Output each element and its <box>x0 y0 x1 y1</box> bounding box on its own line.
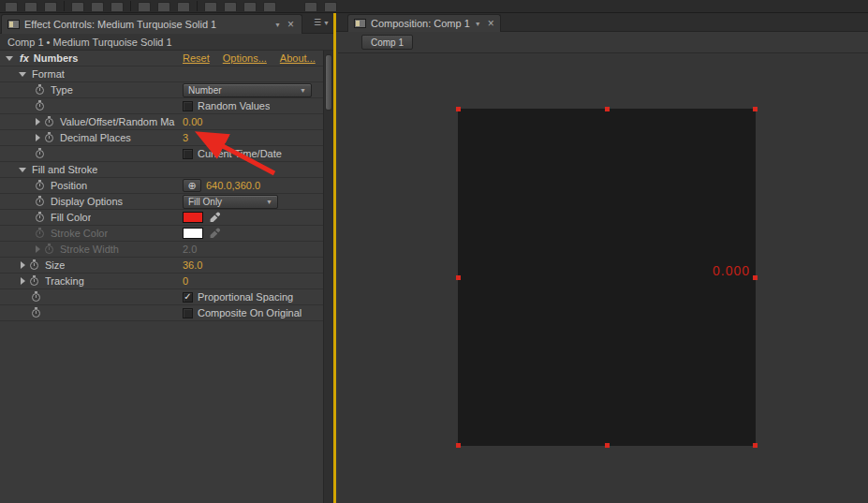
tab-chevron-down-icon[interactable]: ▼ <box>475 21 481 27</box>
stopwatch-icon[interactable] <box>30 261 38 270</box>
stopwatch-icon[interactable] <box>32 309 40 318</box>
stopwatch-icon[interactable] <box>36 198 44 206</box>
size-hot-value[interactable]: 36.0 <box>183 259 202 271</box>
effect-controls-tab[interactable]: Effect Controls: Medium Turquoise Solid … <box>1 14 302 34</box>
layer-handle-top-right[interactable] <box>753 107 758 111</box>
eraser-tool-icon[interactable] <box>243 2 257 11</box>
vertical-scrollbar[interactable] <box>323 51 333 503</box>
eyedropper-icon[interactable] <box>208 228 221 240</box>
twirl-open-icon[interactable] <box>19 72 26 77</box>
clone-stamp-tool-icon[interactable] <box>224 2 237 11</box>
tracking-hot-value[interactable]: 0 <box>183 275 188 287</box>
display-options-dropdown[interactable]: Fill Only ▼ <box>183 195 278 209</box>
hand-tool-icon[interactable] <box>24 2 37 11</box>
property-label: Size <box>45 259 65 271</box>
tab-close-icon[interactable]: × <box>486 19 496 28</box>
rendered-number-text: 0.000 <box>713 263 750 278</box>
effect-controls-tabstrip: Effect Controls: Medium Turquoise Solid … <box>0 13 333 34</box>
layer-handle-middle-left[interactable] <box>456 275 461 280</box>
breadcrumb: Comp 1 • Medium Turquoise Solid 1 <box>0 34 333 51</box>
property-label: Display Options <box>51 196 123 207</box>
stopwatch-icon[interactable] <box>36 229 44 238</box>
comp-1-button-label: Comp 1 <box>371 37 404 48</box>
eyedropper-icon[interactable] <box>208 212 221 224</box>
reset-link[interactable]: Reset <box>183 52 210 64</box>
hamburger-icon: ☰ <box>314 18 321 27</box>
composition-tab[interactable]: Composition: Comp 1 ▼ × <box>347 14 501 32</box>
stopwatch-icon[interactable] <box>45 118 53 126</box>
random-values-checkbox[interactable] <box>183 101 193 111</box>
stopwatch-icon[interactable] <box>32 293 40 302</box>
twirl-closed-icon[interactable] <box>36 245 40 253</box>
layer-handle-bottom-center[interactable] <box>605 443 610 448</box>
proportional-spacing-checkbox[interactable]: ✓ <box>183 292 193 303</box>
group-label: Format <box>32 68 65 80</box>
panel-menu-icon[interactable]: ☰ ▼ <box>314 18 330 27</box>
scrollbar-thumb[interactable] <box>325 54 332 111</box>
current-time-date-checkbox[interactable] <box>183 149 193 159</box>
property-row-random-values: Random Values <box>0 98 323 114</box>
type-dropdown-value: Number <box>188 85 222 96</box>
tab-chevron-down-icon[interactable]: ▼ <box>274 22 281 28</box>
position-crosshair-icon[interactable]: ⊕ <box>183 179 201 192</box>
group-row-format[interactable]: Format <box>0 67 323 82</box>
mask-tool-icon[interactable] <box>138 2 151 11</box>
selection-tool-icon[interactable] <box>5 2 18 11</box>
group-row-fill-and-stroke[interactable]: Fill and Stroke <box>0 162 323 178</box>
effect-header-row[interactable]: fx Numbers Reset Options... About... <box>0 51 323 67</box>
twirl-closed-icon[interactable] <box>21 277 25 285</box>
property-label: Value/Offset/Random Ma <box>60 116 175 127</box>
brush-tool-icon[interactable] <box>204 2 217 11</box>
stroke-color-swatch[interactable] <box>183 228 203 239</box>
workspace-a-icon[interactable] <box>304 2 317 11</box>
stopwatch-icon[interactable] <box>45 134 53 142</box>
about-link[interactable]: About... <box>280 52 316 64</box>
property-row-value-offset: Value/Offset/Random Ma 0.00 <box>0 114 323 130</box>
tool-bar <box>0 0 868 13</box>
fill-color-swatch[interactable] <box>183 212 203 223</box>
stopwatch-icon[interactable] <box>36 150 44 158</box>
rotate-tool-icon[interactable] <box>71 2 84 11</box>
twirl-closed-icon[interactable] <box>36 118 40 126</box>
property-label: Tracking <box>45 275 84 287</box>
stopwatch-icon[interactable] <box>45 245 53 254</box>
layer-handle-middle-right[interactable] <box>753 275 758 280</box>
type-tool-icon[interactable] <box>177 2 190 11</box>
twirl-open-icon[interactable] <box>19 168 26 172</box>
options-link[interactable]: Options... <box>223 52 267 64</box>
twirl-open-icon[interactable] <box>6 56 13 61</box>
stopwatch-icon[interactable] <box>36 86 44 95</box>
property-row-proportional-spacing: ✓ Proportional Spacing <box>0 289 323 305</box>
stopwatch-icon[interactable] <box>30 277 38 286</box>
property-label: Stroke Color <box>51 228 108 239</box>
layer-handle-bottom-left[interactable] <box>456 443 461 448</box>
pen-tool-icon[interactable] <box>157 2 170 11</box>
property-label: Type <box>51 84 73 96</box>
twirl-closed-icon[interactable] <box>36 134 40 141</box>
camera-tool-icon[interactable] <box>91 2 104 11</box>
pan-behind-tool-icon[interactable] <box>110 2 124 11</box>
effect-controls-tab-title: Effect Controls: Medium Turquoise Solid … <box>24 19 270 30</box>
layer-handle-top-left[interactable] <box>456 107 461 111</box>
layer-handle-bottom-right[interactable] <box>753 443 758 448</box>
puppet-tool-icon[interactable] <box>263 2 276 11</box>
position-hot-value[interactable]: 640.0,360.0 <box>206 180 260 191</box>
effect-controls-panel: Effect Controls: Medium Turquoise Solid … <box>0 13 333 503</box>
comp-1-button[interactable]: Comp 1 <box>361 35 413 50</box>
solid-layer[interactable]: 0.000 <box>458 109 756 446</box>
tab-close-icon[interactable]: × <box>286 20 296 29</box>
decimal-places-hot-value[interactable]: 3 <box>183 132 188 143</box>
workspace-b-icon[interactable] <box>324 2 337 11</box>
composite-on-original-checkbox[interactable] <box>183 308 193 318</box>
zoom-tool-icon[interactable] <box>44 2 57 11</box>
value-offset-hot-value[interactable]: 0.00 <box>183 116 202 127</box>
stopwatch-icon[interactable] <box>36 182 44 190</box>
layer-handle-top-center[interactable] <box>605 107 610 111</box>
property-row-tracking: Tracking 0 <box>0 274 323 289</box>
twirl-closed-icon[interactable] <box>21 261 25 269</box>
stopwatch-icon[interactable] <box>36 214 44 222</box>
composition-viewport[interactable]: 0.000 <box>338 52 868 503</box>
crosshair-glyph: ⊕ <box>187 181 196 191</box>
type-dropdown[interactable]: Number ▼ <box>183 83 312 97</box>
stopwatch-icon[interactable] <box>36 102 44 111</box>
